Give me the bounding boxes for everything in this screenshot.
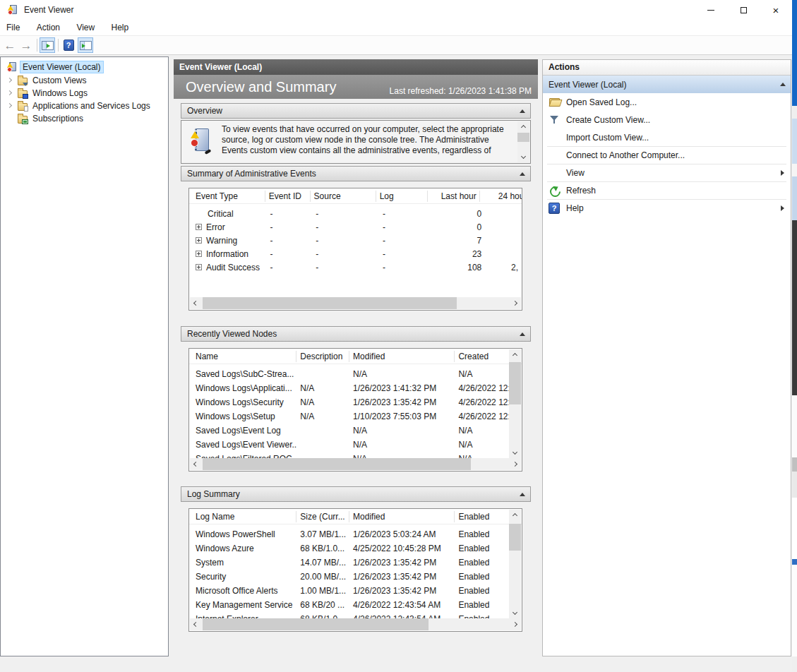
column-header[interactable]: Event Type [189, 191, 265, 202]
show-hide-console-tree-button[interactable] [40, 37, 55, 53]
scroll-left-button[interactable] [190, 618, 202, 630]
action-help[interactable]: ? Help [543, 199, 791, 217]
column-header[interactable]: Modified [349, 511, 455, 522]
expand-icon[interactable] [196, 224, 202, 230]
tree-item-label[interactable]: Custom Views [30, 75, 88, 86]
tree-item-applications-and-services-logs[interactable]: Applications and Services Logs [8, 99, 152, 112]
chevron-right-icon[interactable] [7, 103, 12, 108]
chevron-right-icon[interactable] [7, 90, 12, 95]
tree-item-label[interactable]: Applications and Services Logs [30, 100, 152, 112]
scroll-left-button[interactable] [190, 297, 202, 309]
menu-help[interactable]: Help [104, 20, 136, 35]
column-header[interactable]: Log [376, 191, 429, 202]
recent-nodes-section-header[interactable]: Recently Viewed Nodes [181, 326, 531, 342]
menu-action[interactable]: Action [30, 20, 67, 35]
forward-button[interactable]: → [18, 37, 34, 53]
tree-item-label[interactable]: Subscriptions [30, 113, 85, 124]
tree-item-subscriptions[interactable]: Subscriptions [18, 112, 85, 125]
log-summary-vertical-scrollbar[interactable] [509, 510, 521, 618]
scroll-left-button[interactable] [190, 458, 202, 470]
scrollbar-thumb[interactable] [203, 458, 471, 470]
table-row[interactable]: Windows PowerShell3.07 MB/1...1/26/2023 … [189, 527, 522, 541]
expand-icon[interactable] [196, 251, 202, 257]
chevron-right-icon[interactable] [7, 78, 12, 83]
table-row[interactable]: Saved Logs\Event LogN/AN/A [189, 424, 522, 438]
scroll-right-button[interactable] [509, 458, 521, 470]
scroll-down-button[interactable] [509, 446, 521, 458]
table-row[interactable]: Windows Logs\SetupN/A1/10/2023 7:55:03 P… [189, 409, 522, 424]
table-row[interactable]: Warning - - - 7 [189, 234, 522, 247]
help-toolbar-button[interactable]: ? [61, 37, 76, 53]
scrollbar-thumb[interactable] [203, 618, 429, 630]
table-row[interactable]: Information - - - 23 [189, 247, 522, 260]
show-hide-action-pane-button[interactable] [78, 37, 93, 53]
table-row[interactable]: Saved Logs\Event Viewer...N/AN/A [189, 438, 522, 452]
menu-file[interactable]: File [0, 20, 27, 35]
collapse-button[interactable] [515, 327, 530, 341]
submenu-arrow-icon [781, 205, 784, 211]
column-header[interactable]: Log Name [189, 511, 296, 522]
table-row[interactable]: Key Management Service68 KB/20 ...4/26/2… [189, 598, 522, 612]
overview-vertical-scrollbar[interactable] [517, 121, 529, 162]
table-row[interactable]: Saved Logs\SubC-Strea...N/AN/A [189, 367, 522, 381]
collapse-button[interactable] [775, 78, 791, 92]
column-header[interactable]: 24 hou [480, 191, 522, 202]
recent-nodes-vertical-scrollbar[interactable] [509, 349, 521, 458]
admin-summary-section-header[interactable]: Summary of Administrative Events [181, 166, 531, 181]
table-row[interactable]: Windows Logs\SecurityN/A1/26/2023 1:35:4… [189, 395, 522, 409]
action-import-custom-view[interactable]: Import Custom View... [543, 128, 791, 146]
action-connect-to-another-computer[interactable]: Connect to Another Computer... [543, 146, 791, 164]
column-header[interactable]: Size (Curr... [296, 511, 349, 522]
table-row[interactable]: Critical - - - 0 [189, 207, 522, 220]
scrollbar-thumb[interactable] [517, 133, 529, 142]
admin-summary-horizontal-scrollbar[interactable] [190, 297, 521, 309]
table-row[interactable]: Security20.00 MB/...1/26/2023 1:35:42 PM… [189, 570, 522, 584]
tree-item-event-viewer-root[interactable]: Event Viewer (Local) [6, 60, 103, 73]
column-header[interactable]: Name [189, 351, 296, 362]
table-row[interactable]: Windows Logs\Applicati...N/A1/26/2023 1:… [189, 381, 522, 395]
collapse-button[interactable] [515, 104, 530, 118]
menu-view[interactable]: View [69, 20, 102, 35]
scroll-up-button[interactable] [509, 349, 521, 361]
maximize-button[interactable] [727, 0, 760, 20]
table-row[interactable]: Microsoft Office Alerts1.00 MB/1...1/26/… [189, 584, 522, 598]
scrollbar-thumb[interactable] [203, 297, 457, 309]
collapse-button[interactable] [515, 167, 530, 181]
column-header[interactable]: Event ID [265, 191, 311, 202]
action-view[interactable]: View [543, 164, 791, 181]
overview-section-header[interactable]: Overview [181, 103, 531, 119]
log-summary-section-header[interactable]: Log Summary [181, 486, 531, 502]
scroll-up-button[interactable] [517, 121, 529, 133]
action-open-saved-log[interactable]: Open Saved Log... [543, 93, 791, 111]
scroll-right-button[interactable] [509, 297, 521, 309]
back-button[interactable]: ← [2, 37, 18, 53]
tree-item-label[interactable]: Windows Logs [30, 88, 90, 99]
table-row[interactable]: System14.07 MB/...1/26/2023 1:35:42 PMEn… [189, 556, 522, 570]
scroll-up-button[interactable] [509, 510, 521, 522]
recent-nodes-horizontal-scrollbar[interactable] [190, 458, 521, 470]
action-create-custom-view[interactable]: Create Custom View... [543, 111, 791, 128]
tree-item-label[interactable]: Event Viewer (Local) [20, 61, 103, 73]
column-header[interactable]: Source [311, 191, 376, 202]
column-header[interactable]: Last hour [428, 191, 480, 202]
action-refresh[interactable]: Refresh [543, 181, 791, 199]
minimize-button[interactable] [695, 0, 727, 20]
column-header[interactable]: Description [296, 351, 349, 362]
table-row[interactable]: Windows Azure68 KB/1.0...4/25/2022 10:45… [189, 541, 522, 556]
expand-icon[interactable] [196, 237, 202, 244]
actions-section-event-viewer[interactable]: Event Viewer (Local) [543, 76, 791, 93]
tree-item-custom-views[interactable]: Custom Views [8, 73, 88, 87]
expand-icon[interactable] [196, 264, 202, 270]
column-header[interactable]: Modified [349, 351, 455, 362]
table-row[interactable]: Audit Success - - - 108 2, [189, 260, 522, 274]
close-button[interactable]: × [760, 0, 792, 20]
tree-item-windows-logs[interactable]: Windows Logs [8, 86, 90, 100]
table-row[interactable]: Error - - - 0 [189, 220, 522, 234]
scroll-down-button[interactable] [509, 606, 521, 618]
scrollbar-thumb[interactable] [509, 362, 521, 404]
scroll-down-button[interactable] [517, 150, 529, 162]
log-summary-horizontal-scrollbar[interactable] [190, 618, 521, 630]
scrollbar-thumb[interactable] [509, 524, 521, 551]
scroll-right-button[interactable] [509, 618, 521, 630]
collapse-button[interactable] [515, 487, 530, 501]
